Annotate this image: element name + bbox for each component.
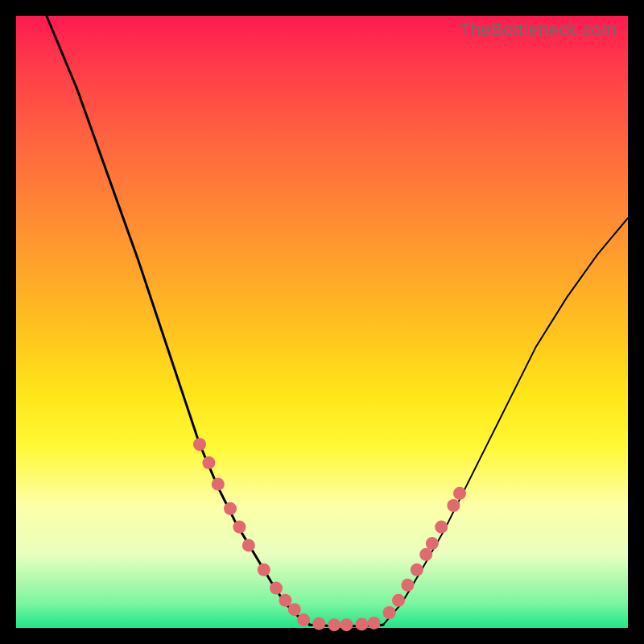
data-point [212,477,225,490]
series-left-curve [47,16,310,625]
bead-group [193,438,466,631]
data-point [288,603,301,616]
data-point [411,564,423,576]
plot-area: TheBottleneck.com [16,16,628,628]
data-point [202,456,215,469]
data-point [447,499,460,512]
curve-group [47,16,628,626]
data-point [355,617,368,630]
chart-frame: TheBottleneck.com [0,0,644,644]
chart-svg [16,16,628,628]
data-point [297,613,310,626]
data-point [419,548,432,561]
series-right-curve [383,218,628,625]
data-point [258,564,270,576]
data-point [224,502,237,515]
data-point [279,594,291,607]
data-point [233,521,246,534]
data-point [193,438,206,451]
data-point [328,618,341,631]
data-point [383,606,396,619]
data-point [270,582,283,595]
data-point [392,594,405,607]
data-point [453,487,466,500]
data-point [426,537,439,550]
data-point [401,579,414,592]
data-point [312,617,325,630]
data-point [242,539,255,551]
data-point [435,521,448,534]
data-point [340,618,353,631]
data-point [368,617,381,630]
